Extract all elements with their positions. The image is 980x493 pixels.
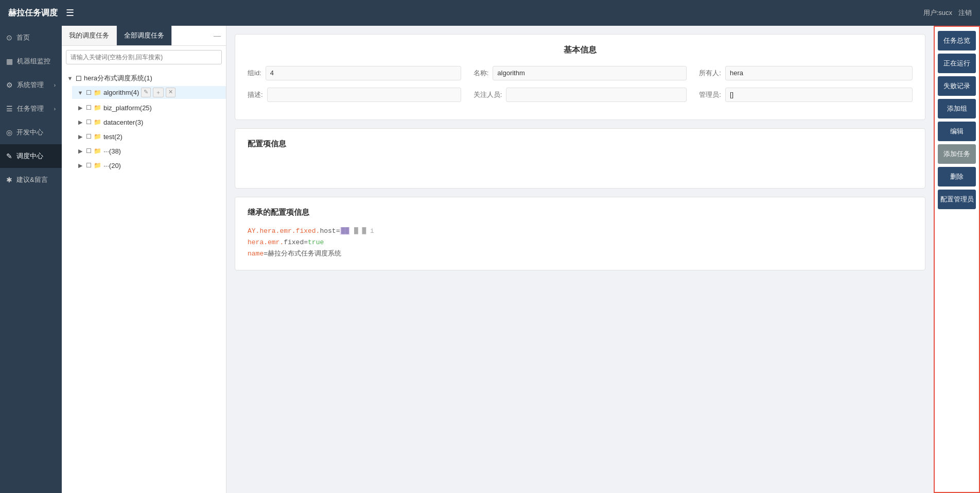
config-eq-2: =	[304, 239, 308, 246]
field-watchers: 关注人员:	[474, 88, 687, 102]
inherited-config-title: 继承的配置项信息	[248, 208, 913, 217]
sidebar-item-label: 开发中心	[16, 128, 43, 137]
sidebar-item-system[interactable]: ⚙ 系统管理 ›	[0, 73, 62, 97]
config-content	[248, 157, 913, 178]
chevron-right-icon: ›	[54, 106, 56, 112]
search-box	[62, 46, 226, 69]
sidebar-item-label: 建议&留言	[16, 175, 48, 184]
tree-node-datacenter: ▶ ☐ 📁 datacenter(3)	[72, 115, 226, 129]
tree-label-20: ···(20)	[103, 162, 121, 169]
btn-failed[interactable]: 失败记录	[938, 76, 976, 96]
sidebar-item-label: 机器组监控	[17, 57, 50, 66]
config-key-2: hera.emr.	[248, 239, 284, 246]
tree-toggle-datacenter[interactable]: ▶	[76, 118, 84, 126]
tree-row-biz[interactable]: ▶ ☐ 📁 biz_platform(25)	[72, 102, 226, 113]
config-val-1: ██	[340, 227, 350, 235]
schedule-icon: ✎	[6, 152, 12, 160]
tree-node-test: ▶ ☐ 📁 test(2)	[72, 129, 226, 144]
edit-action-algorithm[interactable]: ✎	[141, 88, 151, 97]
value-desc	[267, 88, 461, 102]
config-info-card: 配置项信息	[235, 128, 925, 189]
tree-toggle-biz[interactable]: ▶	[76, 104, 84, 112]
btn-config-admin[interactable]: 配置管理员	[938, 190, 976, 209]
label-watchers: 关注人员:	[474, 90, 502, 99]
sidebar-item-dev[interactable]: ◎ 开发中心	[0, 121, 62, 144]
btn-task-overview[interactable]: 任务总览	[938, 31, 976, 50]
tree-node-38: ▶ ☐ 📁 ···(38)	[72, 144, 226, 158]
tree-toggle-root[interactable]: ▼	[66, 74, 74, 82]
field-group-id: 组id: 4	[248, 66, 461, 80]
app-title: 赫拉任务调度	[8, 8, 58, 19]
layout: ⊙ 首页 ▦ 机器组监控 ⚙ 系统管理 › ☰ 任务管理 › ◎ 开发中心 ✎ …	[0, 26, 980, 493]
tree-toggle-20[interactable]: ▶	[76, 161, 84, 169]
sidebar-item-machine[interactable]: ▦ 机器组监控	[0, 49, 62, 73]
tab-all-tasks[interactable]: 全部调度任务	[117, 26, 172, 45]
tree-row-datacenter[interactable]: ▶ ☐ 📁 datacenter(3)	[72, 116, 226, 128]
field-name: 名称: algorithm	[474, 66, 687, 80]
btn-running[interactable]: 正在运行	[938, 54, 976, 73]
config-val-1b: █ █ i	[350, 227, 374, 235]
tree-row-test[interactable]: ▶ ☐ 📁 test(2)	[72, 131, 226, 142]
folder-icon-38: 📁	[94, 147, 101, 155]
sidebar-item-suggest[interactable]: ✱ 建议&留言	[0, 168, 62, 192]
tree-root-label: hera分布式调度系统(1)	[84, 74, 152, 83]
basic-info-title: 基本信息	[248, 45, 913, 56]
inherited-config-content: AY.hera.emr.fixed.host=██ █ █ i hera.emr…	[248, 226, 913, 260]
add-action-algorithm[interactable]: ＋	[153, 88, 164, 97]
field-admin: 管理员: []	[699, 88, 913, 102]
tree-node-20: ▶ ☐ 📁 ···(20)	[72, 158, 226, 173]
config-prop-1: host	[320, 227, 336, 235]
sidebar-item-label: 系统管理	[17, 80, 44, 90]
folder-icon-datacenter: 📁	[94, 118, 101, 126]
sidebar-item-schedule[interactable]: ✎ 调度中心	[0, 144, 62, 168]
chevron-right-icon: ›	[54, 82, 56, 88]
tree-label-biz: biz_platform(25)	[103, 104, 152, 112]
sidebar-item-home[interactable]: ⊙ 首页	[0, 26, 62, 49]
search-input[interactable]	[66, 50, 222, 64]
tree-label-38: ···(38)	[103, 147, 121, 155]
tree-toggle-38[interactable]: ▶	[76, 147, 84, 155]
tree-root-children: ▼ ☐ 📁 algorithm(4) ✎ ＋ ✕	[62, 84, 226, 173]
right-panel: 基本信息 组id: 4 名称: algorithm 所有人: hera	[226, 26, 934, 493]
config-info-title: 配置项信息	[248, 139, 913, 149]
sidebar-item-label: 调度中心	[16, 151, 43, 161]
tree-toggle-algorithm[interactable]: ▼	[76, 89, 84, 97]
folder-icon-algorithm: 📁	[94, 89, 101, 96]
header-user: 用户:sucx	[923, 8, 952, 18]
logout-button[interactable]: 注销	[958, 8, 972, 18]
checkbox-38: ☐	[86, 147, 92, 155]
label-group-id: 组id:	[248, 69, 261, 78]
tree-toggle-test[interactable]: ▶	[76, 132, 84, 141]
btn-edit[interactable]: 编辑	[938, 122, 976, 141]
form-row-2: 描述: 关注人员: 管理员: []	[248, 88, 913, 102]
label-name: 名称:	[474, 69, 489, 78]
tree-row-38[interactable]: ▶ ☐ 📁 ···(38)	[72, 145, 226, 157]
tree-label-test: test(2)	[103, 133, 122, 141]
value-owner: hera	[725, 66, 913, 80]
sidebar-item-task[interactable]: ☰ 任务管理 ›	[0, 97, 62, 121]
tab-my-tasks[interactable]: 我的调度任务	[62, 26, 117, 45]
home-icon: ⊙	[6, 33, 12, 42]
tree-row-algorithm[interactable]: ▼ ☐ 📁 algorithm(4) ✎ ＋ ✕	[72, 86, 226, 99]
collapse-button[interactable]: —	[208, 27, 226, 44]
value-name: algorithm	[493, 66, 687, 80]
tree-root-row[interactable]: ▼ ☐ hera分布式调度系统(1)	[62, 72, 226, 84]
config-key-1: AY.hera.emr.fixed.	[248, 227, 320, 235]
tree-row-20[interactable]: ▶ ☐ 📁 ···(20)	[72, 160, 226, 171]
btn-add-group[interactable]: 添加组	[938, 99, 976, 118]
label-owner: 所有人:	[699, 69, 721, 78]
checkbox-test: ☐	[86, 133, 92, 140]
tree-actions-algorithm: ✎ ＋ ✕	[141, 88, 176, 97]
config-line-2: hera.emr.fixed=true	[248, 237, 913, 248]
btn-delete[interactable]: 删除	[938, 167, 976, 186]
menu-icon[interactable]: ☰	[66, 7, 74, 19]
folder-icon-20: 📁	[94, 162, 101, 169]
value-group-id: 4	[266, 66, 461, 80]
tree-label-algorithm: algorithm(4)	[103, 89, 139, 96]
suggest-icon: ✱	[6, 176, 12, 184]
del-action-algorithm[interactable]: ✕	[166, 88, 176, 97]
config-key-3: name	[248, 250, 264, 258]
btn-add-task[interactable]: 添加任务	[938, 144, 976, 164]
left-panel: 我的调度任务 全部调度任务 — ▼ ☐ hera分布式调度系统(1)	[62, 26, 226, 493]
tree-node-biz: ▶ ☐ 📁 biz_platform(25)	[72, 100, 226, 115]
